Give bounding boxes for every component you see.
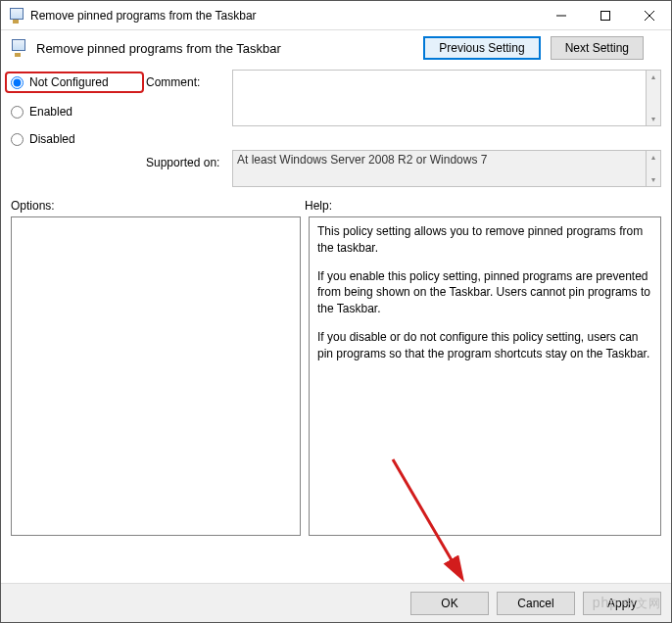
- ok-button[interactable]: OK: [410, 592, 489, 615]
- radio-not-configured-input[interactable]: [11, 76, 24, 89]
- page-title: Remove pinned programs from the Taskbar: [36, 41, 281, 56]
- apply-button[interactable]: Apply: [583, 592, 661, 615]
- radio-enabled[interactable]: Enabled: [11, 105, 138, 119]
- chevron-down-icon: ▾: [651, 115, 655, 123]
- comment-input[interactable]: [232, 70, 647, 126]
- state-radio-group: Not Configured Enabled Disabled: [11, 70, 138, 146]
- chevron-up-icon: ▴: [651, 153, 655, 162]
- previous-setting-button[interactable]: Previous Setting: [423, 36, 540, 60]
- maximize-button[interactable]: [583, 1, 627, 29]
- options-panel: [11, 216, 301, 536]
- window-controls: [539, 1, 671, 29]
- radio-enabled-label: Enabled: [29, 105, 72, 119]
- radio-disabled[interactable]: Disabled: [11, 132, 138, 146]
- header: Remove pinned programs from the Taskbar …: [1, 30, 671, 70]
- help-text: This policy setting allows you to remove…: [317, 223, 652, 257]
- comment-label: Comment:: [146, 70, 224, 89]
- svg-rect-1: [600, 11, 609, 20]
- supported-on-field: At least Windows Server 2008 R2 or Windo…: [232, 150, 647, 187]
- radio-not-configured[interactable]: Not Configured: [5, 72, 144, 93]
- radio-enabled-input[interactable]: [11, 106, 24, 119]
- gpo-icon: [11, 39, 28, 57]
- help-label: Help:: [305, 199, 332, 213]
- cancel-button[interactable]: Cancel: [497, 592, 575, 615]
- footer: OK Cancel Apply: [1, 583, 671, 622]
- scrollbar[interactable]: ▴▾: [647, 70, 661, 126]
- gpo-icon: [9, 8, 24, 24]
- options-label: Options:: [11, 199, 305, 213]
- next-setting-button[interactable]: Next Setting: [551, 36, 644, 60]
- chevron-up-icon: ▴: [651, 72, 655, 81]
- supported-label: Supported on:: [146, 150, 224, 169]
- help-panel: This policy setting allows you to remove…: [309, 216, 661, 536]
- help-text: If you enable this policy setting, pinne…: [317, 268, 652, 317]
- radio-disabled-label: Disabled: [29, 132, 75, 146]
- radio-not-configured-label: Not Configured: [29, 75, 109, 89]
- scrollbar[interactable]: ▴▾: [647, 150, 661, 187]
- titlebar: Remove pinned programs from the Taskbar: [1, 1, 671, 30]
- window-title: Remove pinned programs from the Taskbar: [30, 9, 257, 23]
- radio-disabled-input[interactable]: [11, 133, 24, 146]
- close-button[interactable]: [627, 1, 671, 29]
- help-text: If you disable or do not configure this …: [317, 329, 652, 362]
- chevron-down-icon: ▾: [651, 175, 655, 184]
- minimize-button[interactable]: [539, 1, 583, 29]
